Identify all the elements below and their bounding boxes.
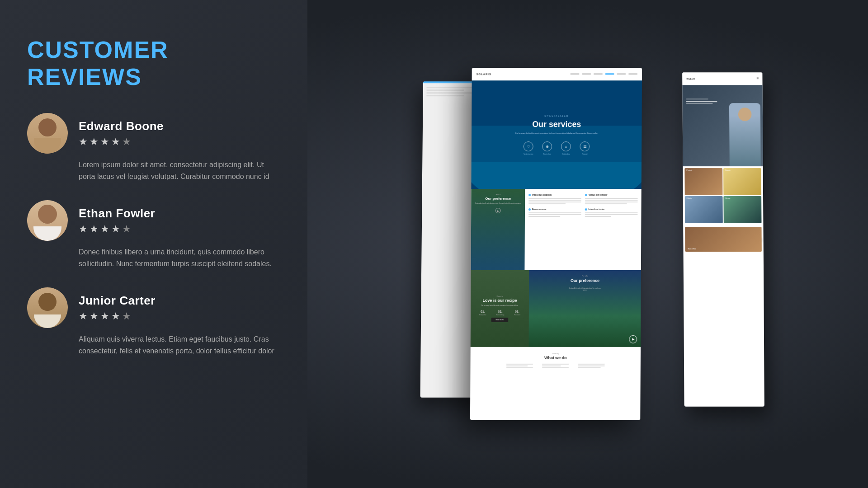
avatar — [27, 287, 68, 328]
step-label: Perspective — [479, 314, 486, 316]
pref-heading: Our preference — [475, 197, 521, 201]
star-icon: ★ — [100, 136, 109, 148]
reviewer-name: Ethan Fowler — [79, 206, 155, 221]
text-placeholder — [585, 212, 638, 213]
for-who-label: For who — [582, 275, 588, 277]
dining-caption: Somethin' — [688, 248, 696, 250]
col-title: Interdum tortor — [585, 208, 638, 211]
read-more-button[interactable]: READ MORE — [491, 318, 508, 322]
dot-icon — [585, 208, 587, 211]
nav-link — [628, 73, 637, 75]
left-panel: CUSTOMER REVIEWS Edward Boone ★ ★ ★ ★ ★ — [0, 0, 307, 488]
pref-right: Phasellus dapibus Fusce massa — [524, 189, 641, 270]
col-title: Fusce massa — [528, 208, 581, 211]
gallery-caption: Portrait — [684, 168, 722, 172]
hero-text: Far far away, behind the word mountains,… — [502, 132, 611, 134]
right-mock-hero — [682, 85, 763, 166]
step-item: 02. Hard working — [496, 310, 504, 316]
review-meta: Junior Carter ★ ★ ★ ★ ★ — [79, 294, 156, 322]
icon-label: Best in class — [543, 153, 551, 155]
love-image: ▶ For who Our preference Continually fri… — [528, 270, 641, 347]
cols-layout: Phasellus dapibus Fusce massa — [528, 193, 638, 218]
mockup-right: FULLDR ≡ Portra — [682, 72, 764, 407]
star-icon: ★ — [79, 223, 88, 235]
heart-icon: ♡ — [524, 141, 533, 151]
review-header: Ethan Fowler ★ ★ ★ ★ ★ — [27, 200, 280, 241]
our-preference-text: Continually friendly with dignissim duis… — [567, 287, 603, 291]
our-preference-label: Our preference — [565, 278, 605, 283]
text-placeholder — [585, 214, 638, 215]
gallery-caption: Scenic — [723, 168, 761, 172]
text-placeholder — [528, 203, 566, 204]
review-text: Lorem ipsum dolor sit amet, consectetur … — [27, 159, 280, 182]
text-placeholder — [528, 216, 560, 217]
what-we-do-section: Done by What we do — [470, 347, 641, 375]
right-mock-header: FULLDR ≡ — [682, 72, 762, 85]
star-icon: ★ — [100, 223, 109, 235]
reviews-list: Edward Boone ★ ★ ★ ★ ★ Lorem ipsum dolor… — [27, 113, 280, 357]
text-placeholder — [528, 200, 581, 201]
section-title: CUSTOMER REVIEWS — [27, 36, 280, 90]
star-icon: ★ — [90, 223, 99, 235]
steps-row: 01. Perspective 02. Hard working 03. Pro… — [474, 310, 525, 316]
review-header: Junior Carter ★ ★ ★ ★ ★ — [27, 287, 280, 328]
nav-link — [582, 73, 591, 75]
hero-subtitle: Specialized — [544, 114, 569, 117]
nav-link-active — [605, 73, 614, 75]
reviewer-name: Edward Boone — [79, 119, 164, 133]
love-script: Done to — [497, 295, 503, 297]
text-placeholder — [578, 364, 604, 365]
hero-title: Our services — [532, 120, 581, 130]
what-columns — [476, 364, 634, 369]
step-label: Processed — [514, 314, 520, 316]
text-placeholder — [542, 367, 569, 368]
pref-title: Also a — [475, 193, 521, 196]
page-container: CUSTOMER REVIEWS Edward Boone ★ ★ ★ ★ ★ — [0, 0, 868, 488]
step-item: 01. Perspective — [479, 310, 486, 316]
star-icon: ★ — [79, 136, 88, 148]
love-text: Far far away, behind the word mountains,… — [481, 305, 519, 306]
star-icon: ★ — [122, 310, 131, 322]
dot-icon — [528, 194, 531, 196]
text-placeholder — [686, 101, 717, 102]
star-icon: ★ — [122, 136, 131, 148]
star-rating: ★ ★ ★ ★ ★ — [79, 136, 164, 148]
nav-link — [571, 73, 580, 75]
what-col — [506, 364, 533, 369]
icon-label: Financial — [582, 153, 587, 155]
avatar — [27, 113, 68, 154]
icon-label: Top best service — [524, 153, 533, 155]
step-num: 03. — [515, 310, 519, 313]
star-rating: ★ ★ ★ ★ ★ — [79, 223, 155, 235]
plus-icon: ⊕ — [542, 141, 552, 151]
pref-text: Continually friendly with dignissim duis… — [475, 202, 521, 204]
star-icon: ★ — [79, 310, 88, 322]
home-icon: ⌂ — [561, 141, 571, 151]
mockup-main: SOLARIS Specialized Our services Far far… — [470, 68, 642, 420]
gallery-item: Scenic — [723, 168, 761, 195]
nav-link — [594, 73, 603, 75]
review-text: Donec finibus libero a urna tincidunt, q… — [27, 246, 280, 269]
play-icon[interactable]: ▶ — [629, 335, 637, 343]
hamburger-icon: ≡ — [757, 76, 759, 80]
text-placeholder — [528, 214, 581, 215]
star-icon: ★ — [90, 136, 99, 148]
star-icon: ★ — [111, 136, 120, 148]
text-placeholder — [585, 203, 627, 204]
text-placeholder — [528, 198, 581, 199]
hero-icons: ♡ Top best service ⊕ Best in class ⌂ Out… — [524, 141, 590, 155]
preference-section: Also a Our preference Continually friend… — [471, 189, 642, 270]
avatar — [27, 200, 68, 241]
love-left: Done to Love is our recipe Far far away,… — [471, 270, 529, 347]
gallery-item: Group — [723, 196, 761, 223]
review-header: Edward Boone ★ ★ ★ ★ ★ — [27, 113, 280, 154]
list-icon: ☰ — [580, 141, 590, 151]
hero-icon-item: ⌂ Outstanding — [561, 141, 571, 155]
love-section: Done to Love is our recipe Far far away,… — [471, 270, 641, 347]
star-icon: ★ — [122, 223, 131, 235]
text-placeholder — [506, 366, 528, 366]
text-placeholder — [528, 212, 581, 213]
text-placeholder — [686, 99, 708, 99]
dot-icon — [528, 208, 531, 211]
text-placeholder — [585, 202, 638, 202]
